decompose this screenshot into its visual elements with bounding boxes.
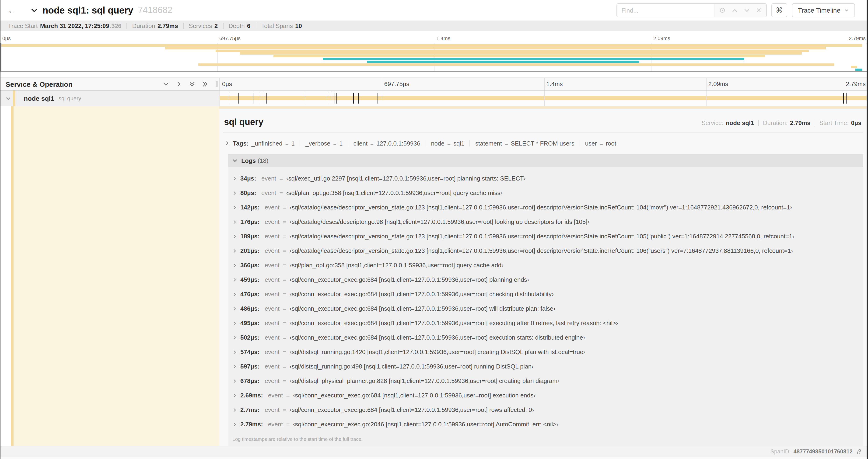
log-field-value: ‹sql/plan_opt.go:358 [nsql1,client=127.0… xyxy=(289,262,503,269)
span-row-name-cell[interactable]: node sql1 sql query xyxy=(0,91,219,106)
trace-id: 7418682 xyxy=(138,5,173,15)
span-row[interactable]: node sql1 sql query xyxy=(0,91,868,106)
logs-header[interactable]: Logs (18) xyxy=(228,154,863,167)
trace-page-header: ← node sql1: sql query 7418682 xyxy=(0,0,868,21)
minimap-canvas[interactable] xyxy=(0,43,868,72)
close-icon[interactable] xyxy=(756,7,762,13)
collapse-all-icon[interactable] xyxy=(189,81,195,87)
tag-value: sql1 xyxy=(453,140,465,147)
log-timestamp: 502μs: xyxy=(240,334,259,341)
minimap-span-bar xyxy=(323,58,744,60)
meta-label: Start Time: xyxy=(819,120,849,126)
tags-toggle-row[interactable]: Tags: _unfinished=1_verbose=1client=127.… xyxy=(223,138,863,148)
span-color-rule xyxy=(219,106,868,109)
log-timestamp: 574μs: xyxy=(240,349,259,355)
log-timestamp: 459μs: xyxy=(240,276,259,283)
chevron-down-icon[interactable] xyxy=(4,96,12,101)
log-entry[interactable]: 459μs:event=‹sql/conn_executor_exec.go:6… xyxy=(232,272,859,287)
log-entry[interactable]: 502μs:event=‹sql/conn_executor_exec.go:6… xyxy=(232,330,859,345)
chevron-up-icon[interactable] xyxy=(732,7,738,13)
log-field-key: event xyxy=(265,334,280,341)
log-marker xyxy=(843,93,844,104)
operation-name: sql query xyxy=(59,95,81,102)
timeline-header-ticks: 0μs697.75μs1.4ms2.09ms2.79ms xyxy=(219,78,868,90)
log-marker xyxy=(305,93,305,104)
log-entry[interactable]: 201μs:event=‹sql/catalog/lease/descripto… xyxy=(232,243,859,258)
chevron-right-icon xyxy=(232,234,237,239)
log-entry[interactable]: 574μs:event=‹sql/distsql_running.go:1420… xyxy=(232,345,859,359)
spanid-value: 4877749850101760812 xyxy=(793,448,852,455)
log-field-key: event xyxy=(265,262,280,269)
log-entry[interactable]: 2.7ms:event=‹sql/conn_executor_exec.go:6… xyxy=(232,402,859,417)
keyboard-shortcuts-button[interactable]: ⌘ xyxy=(771,3,787,17)
log-entry[interactable]: 366μs:event=‹sql/plan_opt.go:358 [nsql1,… xyxy=(232,258,859,272)
trace-stats: Trace StartMarch 31 2022, 17:25:09.326Du… xyxy=(0,21,868,31)
minimap-span-bar xyxy=(367,61,640,63)
log-field-key: event xyxy=(265,320,280,327)
log-field-key: event xyxy=(265,204,280,211)
trace-stat: Depth6 xyxy=(223,22,255,29)
span-operation-title: sql query xyxy=(224,117,264,127)
focus-icon[interactable] xyxy=(719,7,725,13)
jaeger-trace-page: ← node sql1: sql query 7418682 xyxy=(0,0,868,459)
back-button[interactable]: ← xyxy=(0,0,24,21)
log-marker xyxy=(335,93,335,104)
minimap-scrubber-left[interactable] xyxy=(0,43,1,71)
log-entry[interactable]: 486μs:event=‹sql/conn_executor_exec.go:6… xyxy=(232,301,859,316)
service-name: node sql1 xyxy=(24,95,54,102)
chevron-right-icon xyxy=(232,191,237,195)
link-icon[interactable] xyxy=(856,448,862,455)
meta-label: Service: xyxy=(702,120,723,126)
log-entry[interactable]: 476μs:event=‹sql/conn_executor_exec.go:6… xyxy=(232,287,859,301)
collapse-controls xyxy=(163,81,208,87)
tag-divider xyxy=(425,140,426,146)
tag-value: root xyxy=(606,140,616,147)
chevron-down-icon[interactable] xyxy=(744,7,750,13)
meta-value: 2.79ms xyxy=(790,120,810,126)
log-entry[interactable]: 176μs:event=‹sql/catalog/descs/descripto… xyxy=(232,215,859,229)
column-resizer[interactable] xyxy=(216,81,218,87)
service-color-stripe xyxy=(13,91,16,106)
log-entry[interactable]: 189μs:event=‹sql/catalog/lease/descripto… xyxy=(232,229,859,243)
log-entry[interactable]: 34μs:event=‹sql/exec_util.go:2297 [nsql1… xyxy=(232,171,859,186)
timeline-gridline xyxy=(382,91,382,106)
chevron-right-icon xyxy=(232,176,237,181)
trace-view-selector[interactable]: Trace Timeline xyxy=(792,3,855,17)
log-entry[interactable]: 2.69ms:event=‹sql/conn_executor_exec.go:… xyxy=(232,388,859,402)
chevron-down-icon[interactable] xyxy=(31,7,38,14)
timeline-tick-label: 697.75μs xyxy=(217,35,241,41)
expand-all-icon[interactable] xyxy=(202,81,208,87)
timeline-tick-label: 2.09ms xyxy=(651,35,670,41)
log-field-key: event xyxy=(265,233,280,240)
span-bar-cell[interactable] xyxy=(219,91,868,106)
log-entry[interactable]: 495μs:event=‹sql/conn_executor_exec.go:6… xyxy=(232,316,859,330)
timeline-tick-label: 1.4ms xyxy=(544,80,563,88)
log-entry[interactable]: 597μs:event=‹sql/distsql_running.go:498 … xyxy=(232,359,859,374)
chevron-right-icon xyxy=(232,422,237,427)
log-marker xyxy=(337,93,337,104)
span-duration-bar[interactable] xyxy=(220,96,868,100)
log-rows: 34μs:event=‹sql/exec_util.go:2297 [nsql1… xyxy=(228,167,863,431)
log-marker xyxy=(327,93,327,104)
minimap-span-bar xyxy=(216,50,809,52)
tag-key: _unfinished xyxy=(251,140,282,147)
log-entry[interactable]: 678μs:event=‹sql/distsql_physical_planne… xyxy=(232,374,859,388)
chevron-right-icon xyxy=(232,292,237,296)
log-entry[interactable]: 142μs:event=‹sql/catalog/lease/descripto… xyxy=(232,200,859,215)
minimap-span-bar xyxy=(240,53,802,55)
log-field-key: event xyxy=(261,175,276,182)
log-entry[interactable]: 2.79ms:event=‹sql/conn_executor_exec.go:… xyxy=(232,417,859,431)
log-equals: = xyxy=(286,421,289,428)
tag-equals: = xyxy=(505,140,508,147)
find-input[interactable] xyxy=(617,4,714,17)
tag-equals: = xyxy=(447,140,451,147)
expand-one-icon[interactable] xyxy=(176,81,182,87)
log-timestamp: 476μs: xyxy=(240,291,259,298)
log-timestamp: 597μs: xyxy=(240,363,259,370)
log-entry[interactable]: 80μs:event=‹sql/plan_opt.go:358 [nsql1,c… xyxy=(232,186,859,200)
stat-label: Duration xyxy=(132,22,155,29)
tag-key: _verbose xyxy=(305,140,331,147)
collapse-one-icon[interactable] xyxy=(163,81,169,87)
stat-value: 6 xyxy=(247,22,250,29)
log-timestamp: 34μs: xyxy=(240,175,256,182)
